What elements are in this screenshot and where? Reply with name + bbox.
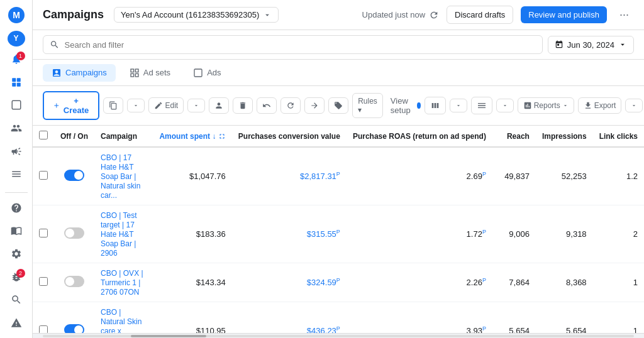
roas-cell: 1.72P: [347, 205, 492, 263]
review-publish-button[interactable]: Review and publish: [521, 6, 607, 23]
discard-drafts-button[interactable]: Discard drafts: [447, 6, 513, 24]
search-input[interactable]: [65, 40, 536, 50]
create-button[interactable]: + Create: [43, 91, 99, 120]
toggle-switch[interactable]: [64, 227, 84, 239]
campaign-name-cell: CBO | Test target | 17 Hate H&T Soap Bar…: [94, 205, 153, 263]
tag-button[interactable]: [328, 97, 348, 114]
off-on-header: Off / On: [54, 126, 94, 147]
column-view-dropdown[interactable]: [450, 99, 467, 112]
edit-dropdown-button[interactable]: [187, 99, 205, 112]
forward-icon: [310, 101, 319, 110]
row-checkbox[interactable]: [39, 229, 48, 237]
toggle-cell[interactable]: [54, 263, 94, 302]
search-wrap[interactable]: [43, 35, 543, 54]
svg-rect-10: [135, 74, 138, 77]
refresh-button[interactable]: [280, 97, 301, 114]
row-checkbox[interactable]: [39, 171, 48, 180]
adsets-tab-icon: [130, 68, 140, 78]
roas-cell: 2.26P: [347, 263, 492, 302]
delete-button[interactable]: [233, 97, 253, 114]
purchases-cv-value[interactable]: $436.23: [307, 327, 336, 333]
campaign-header: Campaign: [94, 126, 153, 147]
app-logo[interactable]: M: [5, 5, 28, 26]
purchases-cv-value[interactable]: $324.59: [307, 278, 336, 288]
tab-adsets[interactable]: Ad sets: [121, 64, 179, 82]
amount-spent-header[interactable]: Amount spent ↓: [153, 126, 231, 147]
notifications-icon[interactable]: 1: [5, 49, 28, 70]
svg-rect-7: [131, 69, 134, 72]
purchases-cv-value[interactable]: $2,817.31: [300, 172, 336, 182]
user-avatar[interactable]: Y: [8, 31, 25, 46]
export-button[interactable]: Export: [578, 97, 622, 114]
bug-icon[interactable]: 2: [5, 266, 28, 287]
rules-button[interactable]: Rules ▾: [352, 93, 383, 118]
undo-button[interactable]: [257, 97, 277, 114]
row-checkbox-cell[interactable]: [33, 205, 54, 263]
account-selector[interactable]: Yen's Ad Account (161238353692305): [114, 7, 279, 23]
amount-spent-cell: $1,047.76: [153, 147, 231, 205]
amount-spent-cell: $143.34: [153, 263, 231, 302]
select-all-header[interactable]: [33, 126, 54, 147]
svg-rect-6: [12, 101, 21, 110]
column-view-button[interactable]: [425, 97, 446, 114]
edit-button[interactable]: Edit: [148, 97, 184, 114]
svg-rect-3: [16, 78, 20, 82]
toggle-switch[interactable]: [64, 276, 84, 287]
scrollbar-track: [43, 335, 634, 337]
sort-icon: [218, 133, 226, 140]
scrollbar[interactable]: [33, 333, 644, 338]
toggle-switch[interactable]: [64, 324, 84, 333]
arrow-button[interactable]: [304, 97, 325, 114]
person-button[interactable]: [209, 97, 229, 114]
main-content: Campaigns Yen's Ad Account (161238353692…: [33, 0, 644, 338]
link-clicks-cell: 1: [593, 263, 644, 302]
purchases-cv-cell: $315.55P: [232, 205, 347, 263]
campaign-link[interactable]: CBO | Test target | 17 Hate H&T Soap Bar…: [101, 211, 137, 258]
row-checkbox-cell[interactable]: [33, 263, 54, 302]
tab-ads[interactable]: Ads: [184, 64, 230, 82]
megaphone-icon[interactable]: [5, 141, 28, 161]
menu-icon[interactable]: [5, 164, 28, 185]
svg-text:M: M: [13, 10, 20, 20]
toggle-cell[interactable]: [54, 302, 94, 334]
reports-button[interactable]: Reports: [518, 97, 574, 114]
book-icon[interactable]: [5, 221, 28, 241]
tag-icon: [334, 101, 343, 110]
campaign-link[interactable]: CBO | OVX | Turmeric 1 | 2706 07ON: [101, 269, 143, 297]
scrollbar-thumb[interactable]: [131, 335, 206, 337]
columns-icon: [430, 101, 440, 111]
row-checkbox-cell[interactable]: [33, 302, 54, 334]
campaign-link[interactable]: CBO | 17 Hate H&T Soap Bar | Natural ski…: [101, 153, 140, 200]
settings-icon[interactable]: [5, 244, 28, 264]
date-picker-button[interactable]: Jun 30, 2024: [548, 36, 634, 54]
row-checkbox[interactable]: [39, 277, 48, 286]
svg-rect-4: [12, 83, 16, 87]
row-checkbox[interactable]: [39, 325, 48, 333]
grid-icon[interactable]: [5, 72, 28, 93]
campaign-name-cell: CBO | Natural Skin care x Cosmetics | 17…: [94, 302, 153, 334]
layers-icon[interactable]: [5, 95, 28, 116]
export-dropdown[interactable]: [625, 99, 643, 112]
edit-icon: [154, 101, 163, 110]
campaigns-table: Off / On Campaign Amount spent ↓ Purchas…: [33, 126, 644, 333]
row-checkbox-cell[interactable]: [33, 147, 54, 205]
tab-campaigns[interactable]: Campaigns: [43, 64, 116, 82]
warning-icon[interactable]: [5, 312, 28, 333]
campaign-link[interactable]: CBO | Natural Skin care x Cosmetics | 17…: [101, 308, 142, 333]
ads-tab-icon: [193, 68, 203, 78]
row-height-dropdown[interactable]: [496, 99, 514, 112]
copy-dropdown-button[interactable]: [127, 99, 145, 112]
search-bottom-icon[interactable]: [5, 290, 28, 310]
duplicate-button[interactable]: [103, 97, 123, 114]
purchases-cv-value[interactable]: $315.55: [307, 230, 336, 239]
toggle-cell[interactable]: [54, 147, 94, 205]
select-all-checkbox[interactable]: [39, 131, 48, 139]
toggle-cell[interactable]: [54, 205, 94, 263]
view-setup: View setup: [391, 96, 421, 115]
people-icon[interactable]: [5, 118, 28, 139]
more-options-button[interactable]: ···: [614, 6, 634, 24]
account-name-label: Yen's Ad Account (161238353692305): [121, 10, 259, 19]
toggle-switch[interactable]: [64, 170, 84, 181]
help-icon[interactable]: [5, 197, 28, 218]
row-height-button[interactable]: [471, 97, 492, 114]
